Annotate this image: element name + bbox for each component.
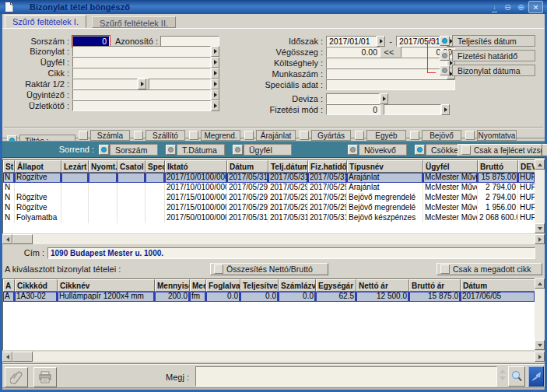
csak-a-megadott-cikk-checkbox[interactable]: Csak a megadott cikk xyxy=(437,263,542,275)
search-button[interactable] xyxy=(508,366,525,387)
radio-bizonylat-datuma-label[interactable]: Bizonylat dátuma xyxy=(452,65,535,76)
dropdown-arrow-icon[interactable] xyxy=(441,104,450,115)
scroll-up-button[interactable] xyxy=(535,159,545,170)
checkbox[interactable] xyxy=(214,264,223,274)
cikk-combo xyxy=(72,68,219,79)
uzletkoto-input[interactable] xyxy=(72,100,211,111)
dropdown-arrow-icon[interactable] xyxy=(211,79,219,89)
fizetesi-mod-label: Fizetési mód : xyxy=(258,105,323,115)
radio-fizetesi-hatarido-label[interactable]: Fizetési határidő xyxy=(452,50,535,61)
scrollbar-thumb[interactable] xyxy=(12,234,33,244)
checkbox[interactable] xyxy=(300,131,309,140)
sort-direction-csokkeno[interactable] xyxy=(415,145,425,155)
items-horizontal-scrollbar[interactable] xyxy=(2,352,545,362)
bizonylat-input[interactable] xyxy=(72,46,211,57)
specialis-adat-input[interactable] xyxy=(326,79,455,90)
scroll-left-button[interactable] xyxy=(2,234,12,244)
sort-radio-sorszam[interactable] xyxy=(99,145,109,155)
close-icon[interactable]: × xyxy=(528,1,543,13)
checkbox-label[interactable]: Megrend. xyxy=(201,130,240,141)
dropdown-arrow-icon[interactable] xyxy=(211,68,219,79)
raktar1-input[interactable] xyxy=(72,79,138,89)
dropdown-arrow-icon[interactable] xyxy=(211,100,219,111)
raktar2-input[interactable] xyxy=(149,79,211,89)
checkbox-label[interactable]: Számla xyxy=(90,130,130,141)
deviza-input[interactable] xyxy=(326,93,380,104)
dropdown-arrow-icon[interactable] xyxy=(377,36,385,47)
table-row[interactable]: A1A30-02Hullámpapír 1200x4 mm200.0fm0.00… xyxy=(3,292,545,302)
sort-direction-novekvo[interactable] xyxy=(348,145,358,155)
table-row[interactable]: NRögzítve2017/10/0100/00022017/05/312017… xyxy=(3,173,545,183)
sort-direction-novekvo-label[interactable]: Növekvő xyxy=(359,144,407,156)
sort-radio-tdatuma[interactable] xyxy=(166,145,176,155)
radio-bizonylat-datuma[interactable] xyxy=(440,65,450,75)
table-cell: Bejövő készpénzes xyxy=(347,213,423,223)
dropdown-arrow-icon[interactable] xyxy=(211,57,219,68)
checkbox-label[interactable]: Árajánlat xyxy=(256,130,296,141)
checkbox[interactable] xyxy=(355,131,364,140)
ugyfel-input[interactable] xyxy=(72,57,211,68)
client-area: Szűrő feltételek I. Szűrő feltételek II.… xyxy=(2,14,545,390)
scroll-down-button[interactable] xyxy=(535,223,545,233)
sort-radio-ugyfel-label[interactable]: Ügyfél xyxy=(244,144,292,156)
scroll-up-button[interactable] xyxy=(535,278,545,289)
sort-radio-tdatuma-label[interactable]: T.Dátuma xyxy=(177,144,225,156)
dropdown-arrow-icon[interactable] xyxy=(211,46,219,57)
dropdown-arrow-icon[interactable] xyxy=(380,93,388,104)
scroll-down-button[interactable] xyxy=(535,340,545,350)
checkbox[interactable] xyxy=(134,131,143,140)
dropdown-arrow-icon[interactable] xyxy=(211,89,219,100)
azonosito-input[interactable] xyxy=(160,36,219,47)
checkbox-label[interactable]: Bejövő xyxy=(422,130,461,141)
vegosszeg-from-input[interactable] xyxy=(326,47,380,58)
radio-fizetesi-hatarido[interactable] xyxy=(440,51,450,61)
checkbox[interactable] xyxy=(465,131,475,140)
dropdown-arrow-icon[interactable] xyxy=(138,79,146,89)
table-row[interactable]: NRögzítve2017/15/0100/00022017/05/292017… xyxy=(3,193,545,203)
radio-teljesites-datum[interactable] xyxy=(440,36,450,46)
sort-radio-ugyfel[interactable] xyxy=(233,145,243,155)
osszesites-netto-brutto-checkbox[interactable]: Összesítés Nettó/Bruttó xyxy=(210,263,328,275)
documents-vertical-scrollbar[interactable] xyxy=(535,159,545,233)
checkbox[interactable] xyxy=(440,264,450,274)
attachment-button[interactable] xyxy=(5,367,28,387)
checkbox[interactable] xyxy=(189,131,198,140)
zoom-in-icon[interactable]: ⊕ xyxy=(515,2,527,12)
documents-horizontal-scrollbar[interactable] xyxy=(2,234,545,244)
sort-radio-sorszam-label[interactable]: Sorszám xyxy=(110,144,158,156)
table-row[interactable]: N2017/10/0100/00012017/05/292017/05/2920… xyxy=(3,183,545,193)
sorszam-input[interactable] xyxy=(72,36,110,47)
megj-input[interactable] xyxy=(195,366,497,387)
items-vertical-scrollbar[interactable] xyxy=(535,278,545,350)
scroll-right-button[interactable] xyxy=(535,352,545,362)
radio-teljesites-datum-label[interactable]: Teljesítés dátum xyxy=(452,35,535,47)
specialis-adat-label: Speciális adat : xyxy=(258,80,323,90)
csak-a-fejlecet-vizsgalja-checkbox[interactable]: Csak a fejlécet vizsgálja xyxy=(458,144,542,156)
fizetesi-mod-input[interactable] xyxy=(384,104,441,115)
minimize-icon[interactable]: ↓ xyxy=(489,2,500,12)
ugyintezo-input[interactable] xyxy=(72,89,211,100)
tab-szuro-feltetelek-2[interactable]: Szűrő feltételek II. xyxy=(92,16,176,28)
fizetesi-mod-code-input[interactable] xyxy=(326,104,380,115)
checkbox-label[interactable]: Szállító xyxy=(146,130,185,141)
table-row[interactable]: NRögzítve2017/15/0100/00012017/05/292017… xyxy=(3,203,545,213)
scroll-right-button[interactable] xyxy=(535,234,545,244)
megj-spinner[interactable] xyxy=(500,369,506,380)
tab-szuro-feltetelek-1[interactable]: Szűrő feltételek I. xyxy=(5,15,86,28)
print-button[interactable] xyxy=(33,367,57,387)
checkbox-label[interactable]: Egyéb xyxy=(366,130,406,141)
checkbox[interactable] xyxy=(244,131,254,140)
scrollbar-thumb[interactable] xyxy=(12,352,33,362)
checkbox-label[interactable]: Nyomtatva xyxy=(477,130,517,141)
checkbox-label[interactable]: Gyártás xyxy=(311,130,351,141)
cikk-input[interactable] xyxy=(72,68,211,79)
checkbox[interactable] xyxy=(410,131,419,140)
scroll-left-button[interactable] xyxy=(2,352,12,362)
zoom-out-icon[interactable]: ⊖ xyxy=(502,2,514,12)
go-button[interactable] xyxy=(528,366,544,387)
table-row[interactable]: NFolyamatba2017/50/0100/00012017/05/3120… xyxy=(3,213,545,223)
checkbox[interactable] xyxy=(79,131,88,140)
idoszak-from-input[interactable] xyxy=(326,36,377,47)
checkbox[interactable] xyxy=(461,145,471,155)
table-cell xyxy=(89,173,117,183)
